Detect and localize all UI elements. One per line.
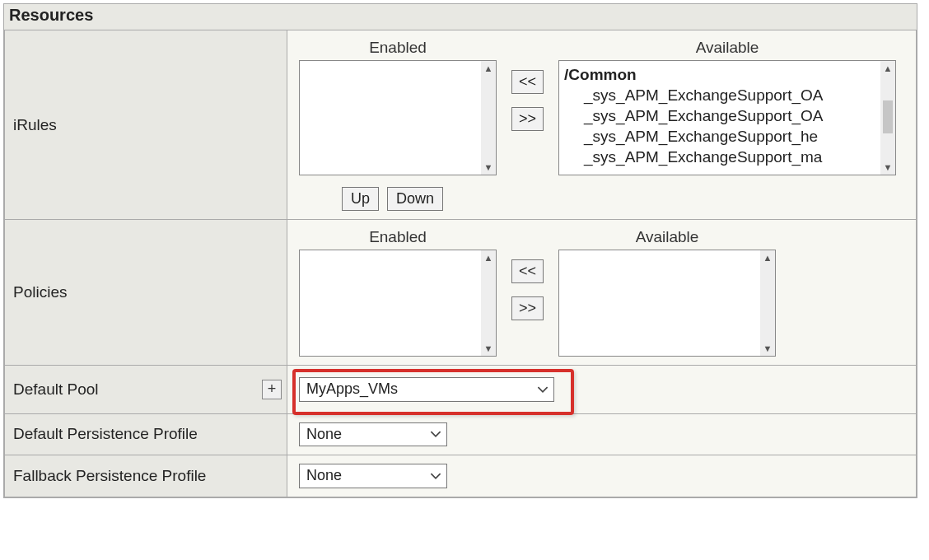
list-item[interactable]: _sys_APM_ExchangeSupport_OA [561,105,894,126]
default-pool-label: Default Pool + [5,366,287,414]
list-item[interactable]: _sys_APM_ExchangeSupport_he [561,126,894,147]
policies-label: Policies [5,220,287,366]
down-arrow-icon[interactable]: ▼ [880,160,895,175]
irules-up-button[interactable]: Up [342,187,379,211]
policies-available-label: Available [636,228,699,246]
irules-enabled-label: Enabled [369,39,427,57]
default-persistence-label: Default Persistence Profile [5,413,287,455]
scrollbar-thumb[interactable] [883,100,893,133]
irules-available-header: /Common [561,64,894,85]
irules-content: Enabled ▲ ▼ << >> [287,30,917,220]
fallback-persistence-label: Fallback Persistence Profile [5,455,287,497]
irules-move-right-button[interactable]: >> [511,107,544,131]
chevron-down-icon [430,428,441,440]
resources-panel: Resources iRules Enabled ▲ ▼ [3,3,917,498]
policies-content: Enabled ▲ ▼ << >> Available [287,220,917,366]
scrollbar: ▲ ▼ [481,250,496,356]
down-arrow-icon: ▼ [481,341,496,356]
resources-table: iRules Enabled ▲ ▼ [4,30,917,497]
default-persistence-content: None [287,413,917,455]
add-pool-button[interactable]: + [262,380,282,399]
up-arrow-icon: ▲ [481,250,496,265]
policies-enabled-listbox[interactable]: ▲ ▼ [299,250,497,357]
default-pool-value: MyApps_VMs [306,380,398,397]
scrollbar: ▲ ▼ [760,250,775,356]
policies-available-listbox[interactable]: ▲ ▼ [558,250,776,357]
default-pool-label-text: Default Pool [13,380,99,398]
policies-enabled-label: Enabled [369,228,427,246]
chevron-down-icon [537,384,549,395]
up-arrow-icon: ▲ [481,61,496,76]
scrollbar[interactable]: ▲ ▼ [880,61,895,175]
irules-move-left-button[interactable]: << [511,70,544,94]
default-pool-select[interactable]: MyApps_VMs [299,377,554,402]
default-persistence-value: None [306,426,342,442]
list-item[interactable]: _sys_APM_ExchangeSupport_ma [561,147,894,167]
down-arrow-icon: ▼ [760,341,775,356]
default-pool-content: MyApps_VMs [287,366,917,414]
scrollbar: ▲ ▼ [481,61,496,175]
fallback-persistence-content: None [287,455,917,497]
fallback-persistence-value: None [306,467,342,483]
plus-icon: + [268,380,277,398]
panel-legend: Resources [4,4,917,30]
policies-move-left-button[interactable]: << [511,259,544,283]
irules-down-button[interactable]: Down [387,187,443,211]
up-arrow-icon: ▲ [760,250,775,265]
down-arrow-icon: ▼ [481,160,496,175]
list-item[interactable]: _sys_APM_ExchangeSupport_OA [561,85,894,105]
policies-move-right-button[interactable]: >> [511,296,544,320]
irules-enabled-listbox[interactable]: ▲ ▼ [299,60,497,175]
default-persistence-select[interactable]: None [299,422,447,447]
irules-available-label: Available [696,39,759,57]
fallback-persistence-select[interactable]: None [299,464,447,488]
up-arrow-icon[interactable]: ▲ [880,61,895,76]
chevron-down-icon [430,470,441,482]
irules-available-listbox[interactable]: /Common _sys_APM_ExchangeSupport_OA _sys… [558,60,896,175]
irules-label: iRules [5,30,287,220]
